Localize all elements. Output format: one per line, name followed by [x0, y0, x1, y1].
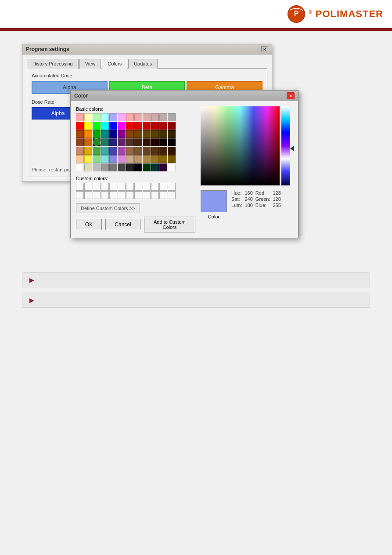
basic-color-cell-25[interactable]	[84, 130, 92, 138]
custom-color-cell-20[interactable]	[143, 191, 151, 199]
basic-color-cell-21[interactable]	[151, 122, 159, 130]
basic-color-cell-40[interactable]	[109, 138, 117, 146]
basic-color-cell-17[interactable]	[118, 122, 126, 130]
basic-color-cell-53[interactable]	[118, 147, 126, 155]
custom-color-cell-21[interactable]	[151, 191, 159, 199]
basic-color-cell-7[interactable]	[134, 113, 142, 121]
basic-color-cell-71[interactable]	[168, 155, 176, 163]
basic-color-cell-67[interactable]	[134, 155, 142, 163]
basic-color-cell-56[interactable]	[143, 147, 151, 155]
basic-color-cell-81[interactable]	[151, 163, 159, 171]
basic-color-cell-55[interactable]	[134, 147, 142, 155]
custom-color-cell-22[interactable]	[159, 191, 167, 199]
basic-color-cell-33[interactable]	[151, 130, 159, 138]
basic-color-cell-3[interactable]	[101, 113, 109, 121]
basic-color-cell-2[interactable]	[93, 113, 101, 121]
basic-color-cell-48[interactable]	[76, 147, 84, 155]
basic-color-cell-68[interactable]	[143, 155, 151, 163]
custom-color-cell-19[interactable]	[134, 191, 142, 199]
custom-color-cell-8[interactable]	[143, 183, 151, 191]
basic-color-cell-31[interactable]	[134, 130, 142, 138]
add-to-custom-colors-button[interactable]: Add to Custom Colors	[144, 217, 195, 232]
basic-color-cell-36[interactable]	[76, 138, 84, 146]
basic-color-cell-41[interactable]	[118, 138, 126, 146]
basic-color-cell-24[interactable]	[76, 130, 84, 138]
window-close-button[interactable]: ✕	[261, 46, 268, 52]
basic-color-cell-37[interactable]	[84, 138, 92, 146]
basic-color-cell-23[interactable]	[168, 122, 176, 130]
custom-color-cell-15[interactable]	[101, 191, 109, 199]
custom-color-cell-14[interactable]	[93, 191, 101, 199]
custom-color-cell-16[interactable]	[109, 191, 117, 199]
basic-color-cell-50[interactable]	[93, 147, 101, 155]
tab-view[interactable]: View	[79, 59, 101, 69]
basic-color-cell-4[interactable]	[109, 113, 117, 121]
cancel-button[interactable]: Cancel	[105, 219, 140, 230]
basic-color-cell-42[interactable]	[126, 138, 134, 146]
basic-color-cell-39[interactable]	[101, 138, 109, 146]
basic-color-cell-59[interactable]	[168, 147, 176, 155]
basic-color-cell-65[interactable]	[118, 155, 126, 163]
basic-color-cell-8[interactable]	[143, 113, 151, 121]
color-strip[interactable]	[281, 106, 290, 185]
basic-color-cell-51[interactable]	[101, 147, 109, 155]
custom-color-cell-18[interactable]	[126, 191, 134, 199]
basic-color-cell-13[interactable]	[84, 122, 92, 130]
basic-color-cell-32[interactable]	[143, 130, 151, 138]
basic-color-cell-77[interactable]	[118, 163, 126, 171]
basic-color-cell-12[interactable]	[76, 122, 84, 130]
basic-color-cell-58[interactable]	[159, 147, 167, 155]
basic-color-cell-6[interactable]	[126, 113, 134, 121]
basic-color-cell-57[interactable]	[151, 147, 159, 155]
tab-updates[interactable]: Updates	[128, 59, 158, 69]
basic-color-cell-76[interactable]	[109, 163, 117, 171]
basic-color-cell-66[interactable]	[126, 155, 134, 163]
custom-color-cell-9[interactable]	[151, 183, 159, 191]
custom-color-cell-13[interactable]	[84, 191, 92, 199]
basic-color-cell-73[interactable]	[84, 163, 92, 171]
basic-color-cell-44[interactable]	[143, 138, 151, 146]
basic-color-cell-60[interactable]	[76, 155, 84, 163]
basic-color-cell-83[interactable]	[168, 163, 176, 171]
custom-color-cell-17[interactable]	[118, 191, 126, 199]
tab-colors[interactable]: Colors	[102, 59, 127, 69]
tab-history-processing[interactable]: History Processing	[27, 59, 79, 69]
custom-color-cell-0[interactable]	[76, 183, 84, 191]
custom-color-cell-7[interactable]	[134, 183, 142, 191]
color-gradient[interactable]	[201, 106, 280, 185]
custom-color-cell-12[interactable]	[76, 191, 84, 199]
custom-color-cell-3[interactable]	[101, 183, 109, 191]
basic-color-cell-54[interactable]	[126, 147, 134, 155]
basic-color-cell-16[interactable]	[109, 122, 117, 130]
basic-color-cell-72[interactable]	[76, 163, 84, 171]
basic-color-cell-15[interactable]	[101, 122, 109, 130]
basic-color-cell-46[interactable]	[159, 138, 167, 146]
custom-color-cell-23[interactable]	[168, 191, 176, 199]
basic-color-cell-79[interactable]	[134, 163, 142, 171]
basic-color-cell-18[interactable]	[126, 122, 134, 130]
color-dialog-close-button[interactable]: ✕	[287, 92, 295, 99]
basic-color-cell-70[interactable]	[159, 155, 167, 163]
custom-color-cell-11[interactable]	[168, 183, 176, 191]
basic-color-cell-49[interactable]	[84, 147, 92, 155]
basic-color-cell-47[interactable]	[168, 138, 176, 146]
ok-button[interactable]: OK	[76, 219, 102, 230]
basic-color-cell-63[interactable]	[101, 155, 109, 163]
custom-color-cell-4[interactable]	[109, 183, 117, 191]
basic-color-cell-28[interactable]	[109, 130, 117, 138]
custom-color-cell-1[interactable]	[84, 183, 92, 191]
basic-color-cell-35[interactable]	[168, 130, 176, 138]
custom-color-cell-6[interactable]	[126, 183, 134, 191]
basic-color-cell-80[interactable]	[143, 163, 151, 171]
basic-color-cell-78[interactable]	[126, 163, 134, 171]
basic-color-cell-14[interactable]	[93, 122, 101, 130]
custom-color-cell-5[interactable]	[118, 183, 126, 191]
basic-color-cell-11[interactable]	[168, 113, 176, 121]
basic-color-cell-69[interactable]	[151, 155, 159, 163]
basic-color-cell-38[interactable]	[93, 138, 101, 146]
basic-color-cell-62[interactable]	[93, 155, 101, 163]
basic-color-cell-43[interactable]	[134, 138, 142, 146]
basic-color-cell-26[interactable]	[93, 130, 101, 138]
basic-color-cell-19[interactable]	[134, 122, 142, 130]
basic-color-cell-5[interactable]	[118, 113, 126, 121]
